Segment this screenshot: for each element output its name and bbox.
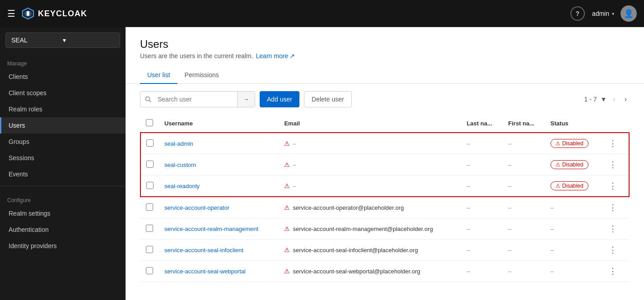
email-cell: ⚠– [279, 133, 461, 154]
row-checkbox[interactable] [146, 225, 153, 232]
tab-permissions[interactable]: Permissions [177, 67, 226, 84]
sidebar-item-identity-providers[interactable]: Identity providers [0, 238, 126, 254]
username-cell: seal-readonly [159, 175, 279, 197]
row-checkbox[interactable] [146, 161, 154, 168]
status-badge: ⚠ Disabled [551, 181, 588, 190]
actions-cell: ⋮ [601, 197, 629, 218]
username-link[interactable]: service-account-seal-infoclient [164, 247, 243, 254]
username-link[interactable]: service-account-operator [164, 204, 229, 211]
table-row: service-account-seal-webportal⚠service-a… [140, 261, 629, 282]
kebab-menu-button[interactable]: ⋮ [606, 244, 620, 256]
th-lastname: Last na... [461, 115, 503, 133]
sidebar: SEAL ▾ Manage Clients Client scopes Real… [0, 27, 126, 300]
email-text: – [293, 162, 296, 168]
kebab-menu-button[interactable]: ⋮ [606, 265, 620, 277]
th-actions [601, 115, 629, 133]
table-row: seal-custom⚠–––⚠ Disabled⋮ [140, 154, 629, 175]
username-cell: service-account-realm-management [159, 218, 279, 240]
firstname-cell: – [503, 154, 545, 175]
status-cell: – [545, 197, 601, 218]
email-cell: ⚠service-account-operator@placeholder.or… [279, 197, 461, 218]
th-status: Status [545, 115, 601, 133]
kebab-menu-button[interactable]: ⋮ [606, 159, 620, 171]
sidebar-item-label: Sessions [9, 154, 34, 162]
lastname-cell: – [461, 133, 503, 154]
row-checkbox[interactable] [146, 267, 153, 274]
pagination-next-button[interactable]: › [622, 94, 630, 104]
sidebar-item-events[interactable]: Events [0, 166, 126, 182]
hamburger-menu[interactable]: ☰ [7, 8, 15, 19]
row-checkbox[interactable] [146, 182, 154, 189]
pagination-dropdown-icon[interactable]: ▼ [600, 96, 607, 103]
warning-icon: ⚠ [284, 140, 290, 147]
warning-icon: ⚠ [284, 268, 290, 275]
username-link[interactable]: seal-admin [164, 140, 193, 147]
users-table-body: seal-admin⚠–––⚠ Disabled⋮seal-custom⚠–––… [140, 133, 629, 282]
email-text: – [293, 183, 296, 189]
sidebar-item-client-scopes[interactable]: Client scopes [0, 85, 126, 101]
firstname-cell: – [503, 218, 545, 240]
user-menu[interactable]: admin ▾ 👤 [592, 5, 637, 22]
table-row: service-account-realm-management⚠service… [140, 218, 629, 240]
sidebar-item-users[interactable]: Users [0, 117, 126, 134]
username-link[interactable]: service-account-realm-management [164, 226, 258, 232]
delete-user-button[interactable]: Delete user [304, 91, 352, 107]
search-input[interactable] [156, 92, 237, 107]
sidebar-item-clients[interactable]: Clients [0, 69, 126, 85]
sidebar-item-sessions[interactable]: Sessions [0, 150, 126, 166]
actions-cell: ⋮ [601, 218, 629, 240]
realm-dropdown-icon: ▾ [63, 37, 114, 44]
username-cell: service-account-operator [159, 197, 279, 218]
username-link[interactable]: seal-readonly [164, 183, 200, 189]
actions-cell: ⋮ [601, 133, 629, 154]
status-cell: – [545, 218, 601, 240]
sidebar-item-label: Realm settings [9, 210, 51, 217]
email-text: service-account-seal-infoclient@placehol… [293, 247, 418, 254]
tab-user-list[interactable]: User list [140, 67, 177, 84]
status-dash: – [551, 268, 554, 275]
row-checkbox[interactable] [146, 246, 153, 253]
sidebar-item-authentication[interactable]: Authentication [0, 222, 126, 238]
email-cell: ⚠– [279, 175, 461, 197]
help-button[interactable]: ? [570, 6, 585, 21]
row-checkbox-cell [140, 154, 159, 175]
email-cell: ⚠– [279, 154, 461, 175]
actions-cell: ⋮ [601, 261, 629, 282]
firstname-cell: – [503, 261, 545, 282]
toolbar: → Add user Delete user 1 - 7 ▼ ‹ › [126, 84, 644, 115]
pagination-prev-button[interactable]: ‹ [610, 94, 618, 104]
row-checkbox-cell [140, 197, 159, 218]
warning-icon: ⚠ [284, 225, 290, 232]
username-link[interactable]: service-account-seal-webportal [164, 268, 246, 275]
th-checkbox [140, 115, 159, 133]
realm-selector[interactable]: SEAL ▾ [5, 32, 120, 48]
row-checkbox[interactable] [146, 139, 154, 147]
search-go-button[interactable]: → [237, 92, 255, 107]
email-text: service-account-realm-management@placeho… [293, 226, 433, 232]
kebab-menu-button[interactable]: ⋮ [606, 202, 620, 213]
status-badge: ⚠ Disabled [551, 139, 588, 148]
sidebar-item-groups[interactable]: Groups [0, 134, 126, 150]
username-cell: seal-admin [159, 133, 279, 154]
username-cell: seal-custom [159, 154, 279, 175]
configure-section-label: Configure [0, 190, 126, 205]
kebab-menu-button[interactable]: ⋮ [606, 138, 620, 149]
kebab-menu-button[interactable]: ⋮ [606, 223, 620, 235]
status-cell: ⚠ Disabled [545, 133, 601, 154]
external-link-icon: ↗ [289, 52, 295, 60]
page-subtitle-text: Users are the users in the current realm… [140, 52, 253, 60]
sidebar-item-realm-roles[interactable]: Realm roles [0, 101, 126, 117]
table-row: service-account-operator⚠service-account… [140, 197, 629, 218]
learn-more-link[interactable]: Learn more ↗ [256, 52, 295, 60]
sidebar-item-label: Realm roles [9, 106, 42, 113]
lastname-cell: – [461, 218, 503, 240]
username-link[interactable]: seal-custom [164, 162, 196, 168]
page-subtitle: Users are the users in the current realm… [140, 52, 630, 60]
kebab-menu-button[interactable]: ⋮ [606, 180, 620, 192]
sidebar-item-realm-settings[interactable]: Realm settings [0, 205, 126, 222]
select-all-checkbox[interactable] [146, 119, 153, 126]
add-user-button[interactable]: Add user [260, 91, 299, 107]
firstname-cell: – [503, 133, 545, 154]
row-checkbox[interactable] [146, 203, 153, 211]
status-cell: – [545, 240, 601, 261]
